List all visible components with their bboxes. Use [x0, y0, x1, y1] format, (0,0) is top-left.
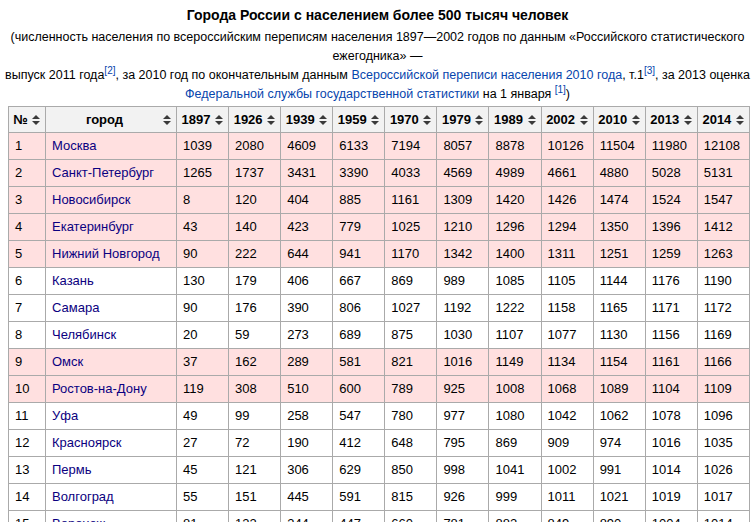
column-header-1979[interactable]: 1979 — [437, 107, 489, 133]
population-value: 1396 — [645, 214, 697, 241]
ref-2-link[interactable]: [2] — [104, 65, 115, 76]
population-value: 5028 — [645, 160, 697, 187]
city-link[interactable]: Омск — [52, 354, 83, 369]
table-row: 3Новосибирск8120404885116113091420142614… — [9, 187, 750, 214]
sort-both-icon[interactable] — [580, 115, 589, 125]
population-value: 1426 — [541, 187, 593, 214]
sort-both-icon[interactable] — [32, 115, 41, 125]
population-value: 179 — [229, 268, 281, 295]
population-value: 4989 — [489, 160, 541, 187]
city-link[interactable]: Воронеж — [52, 516, 105, 522]
sort-both-icon[interactable] — [632, 115, 641, 125]
city-link[interactable]: Красноярск — [52, 435, 121, 450]
rosstat-link[interactable]: Федеральной службы государственной стати… — [185, 87, 479, 101]
subtitle-text: на 1 января — [479, 87, 554, 101]
city-link[interactable]: Волгоград — [52, 489, 114, 504]
table-row: 6Казань130179406667869989108511051144117… — [9, 268, 750, 295]
census-2010-link[interactable]: Всероссийской переписи населения 2010 го… — [351, 68, 622, 82]
column-header-2013[interactable]: 2013 — [645, 107, 697, 133]
population-value: 3390 — [333, 160, 385, 187]
sort-both-icon[interactable] — [267, 115, 276, 125]
population-value: 151 — [229, 484, 281, 511]
ref-3-link[interactable]: [3] — [644, 65, 655, 76]
population-value: 1027 — [385, 295, 437, 322]
population-value: 667 — [333, 268, 385, 295]
column-header-num[interactable]: № — [9, 107, 46, 133]
city-cell: Воронеж — [46, 511, 177, 522]
population-value: 591 — [333, 484, 385, 511]
ref-1-link[interactable]: [1] — [555, 84, 566, 95]
population-value: 977 — [437, 403, 489, 430]
subtitle-text: , за 2013 оценка — [655, 68, 750, 82]
population-value: 1176 — [645, 268, 697, 295]
population-value: 1265 — [177, 160, 229, 187]
population-value: 289 — [281, 349, 333, 376]
population-value: 648 — [385, 430, 437, 457]
sort-both-icon[interactable] — [215, 115, 224, 125]
population-value: 974 — [593, 430, 645, 457]
column-header-1926[interactable]: 1926 — [229, 107, 281, 133]
population-value: 1263 — [697, 241, 749, 268]
city-link[interactable]: Ростов-на-Дону — [52, 381, 147, 396]
sort-both-icon[interactable] — [423, 115, 432, 125]
sort-both-icon[interactable] — [528, 115, 537, 125]
population-value: 1165 — [593, 295, 645, 322]
table-row: 9Омск37162289581821101611491134115411611… — [9, 349, 750, 376]
column-header-1970[interactable]: 1970 — [385, 107, 437, 133]
population-value: 1130 — [593, 322, 645, 349]
column-header-city[interactable]: город — [46, 107, 177, 133]
city-link[interactable]: Челябинск — [52, 327, 116, 342]
row-number: 5 — [9, 241, 46, 268]
population-value: 81 — [177, 511, 229, 522]
population-value: 781 — [437, 511, 489, 522]
population-value: 1008 — [489, 376, 541, 403]
population-value: 190 — [281, 430, 333, 457]
sort-both-icon[interactable] — [684, 115, 693, 125]
population-value: 1172 — [697, 295, 749, 322]
sort-both-icon[interactable] — [163, 115, 172, 125]
population-value: 122 — [229, 511, 281, 522]
row-number: 1 — [9, 133, 46, 160]
column-header-2002[interactable]: 2002 — [541, 107, 593, 133]
row-number: 12 — [9, 430, 46, 457]
sort-both-icon[interactable] — [371, 115, 380, 125]
city-link[interactable]: Уфа — [52, 408, 78, 423]
city-cell: Самара — [46, 295, 177, 322]
population-value: 1105 — [541, 268, 593, 295]
population-value: 90 — [177, 295, 229, 322]
column-header-2014[interactable]: 2014 — [697, 107, 749, 133]
city-link[interactable]: Нижний Новгород — [52, 246, 160, 261]
subtitle-text: , т.1 — [622, 68, 644, 82]
population-value: 406 — [281, 268, 333, 295]
city-link[interactable]: Казань — [52, 273, 94, 288]
column-header-2010[interactable]: 2010 — [593, 107, 645, 133]
column-header-1989[interactable]: 1989 — [489, 107, 541, 133]
population-value: 1030 — [437, 322, 489, 349]
footnote-ref-2: [2] — [104, 65, 115, 76]
sort-both-icon[interactable] — [475, 115, 484, 125]
city-link[interactable]: Пермь — [52, 462, 92, 477]
table-row: 7Самара901763908061027119212221158116511… — [9, 295, 750, 322]
row-number: 10 — [9, 376, 46, 403]
column-header-1959[interactable]: 1959 — [333, 107, 385, 133]
sort-both-icon[interactable] — [736, 115, 745, 125]
row-number: 13 — [9, 457, 46, 484]
population-value: 1222 — [489, 295, 541, 322]
city-cell: Новосибирск — [46, 187, 177, 214]
city-link[interactable]: Москва — [52, 138, 96, 153]
city-link[interactable]: Екатеринбург — [52, 219, 134, 234]
population-value: 1026 — [697, 457, 749, 484]
population-value: 1210 — [437, 214, 489, 241]
column-header-1897[interactable]: 1897 — [177, 107, 229, 133]
population-value: 789 — [385, 376, 437, 403]
population-value: 72 — [229, 430, 281, 457]
sort-both-icon[interactable] — [319, 115, 328, 125]
column-header-1939[interactable]: 1939 — [281, 107, 333, 133]
table-row: 13Пермь451213066298509981041100299110141… — [9, 457, 750, 484]
city-link[interactable]: Новосибирск — [52, 192, 131, 207]
city-cell: Казань — [46, 268, 177, 295]
city-cell: Ростов-на-Дону — [46, 376, 177, 403]
population-value: 926 — [437, 484, 489, 511]
city-link[interactable]: Самара — [52, 300, 99, 315]
city-link[interactable]: Санкт-Петербург — [52, 165, 154, 180]
